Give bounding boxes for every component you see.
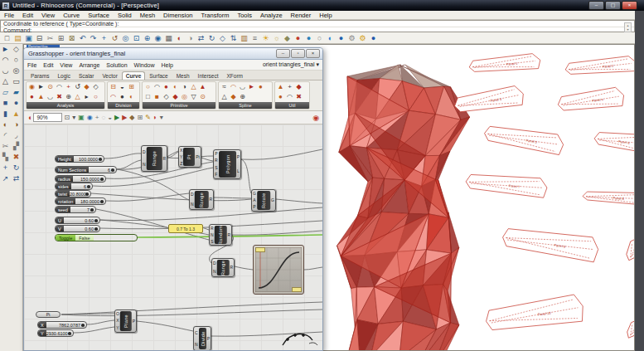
solver-record-icon[interactable]: ▶ (122, 112, 127, 124)
slider-knob[interactable] (100, 178, 104, 181)
slider-rotation[interactable]: rotation 180.0000 (55, 197, 106, 205)
menu-item[interactable]: Transform (197, 12, 234, 19)
pan-view-icon[interactable]: + (99, 33, 109, 43)
ribbon-tool-icon[interactable]: ● (118, 92, 127, 102)
preview-off-icon[interactable]: ◌ (101, 112, 105, 124)
bake-icon[interactable]: ◆ (129, 112, 134, 124)
maximize-icon[interactable]: ▢ (605, 1, 621, 10)
ribbon-tool-icon[interactable]: ▽ (189, 92, 198, 102)
slider-v[interactable]: V 0.60 (55, 225, 100, 232)
slider-height[interactable]: Height 100.0000 (55, 155, 104, 163)
ribbon-tool-icon[interactable]: ◐ (127, 92, 136, 102)
ribbon-tool-icon[interactable]: ◠ (285, 92, 294, 102)
component-random[interactable]: RNS Random R (209, 224, 232, 246)
cluster-icon[interactable]: ⊞ (137, 112, 143, 124)
ribbon-tool-icon[interactable]: △ (73, 92, 82, 102)
explode-icon[interactable]: ✖ (11, 152, 22, 163)
panel-note[interactable]: 0.7 To 1.3 (168, 224, 203, 233)
ribbon-tool-icon[interactable]: △ (189, 82, 198, 92)
cylinder-icon[interactable]: ▮ (0, 109, 11, 119)
slider-knob[interactable] (68, 332, 71, 335)
rotate-tool-icon[interactable]: ↻ (11, 163, 22, 173)
slider-knob[interactable] (111, 168, 114, 172)
lock-icon[interactable]: ◆ (282, 33, 293, 43)
ribbon-tool-icon[interactable]: ◡ (46, 92, 55, 102)
ellipse-icon[interactable]: ◎ (11, 66, 22, 76)
gh-menu-item[interactable]: Solution (103, 62, 130, 68)
gh-menu-item[interactable]: Window (131, 62, 158, 68)
gh-menu-item[interactable]: Arrange (75, 62, 103, 68)
boolean-toggle[interactable]: Toggle False (55, 234, 138, 241)
render-globe-icon[interactable]: ◐ (325, 33, 336, 43)
ribbon-tool-icon[interactable]: ◆ (294, 82, 303, 92)
gh-tab[interactable]: Params (27, 71, 53, 80)
surface-icon[interactable]: ▱ (0, 87, 11, 98)
loft-icon[interactable]: ▰ (11, 87, 22, 98)
menu-item[interactable]: Curve (59, 12, 84, 19)
mirror-icon[interactable]: ⇅ (228, 33, 239, 43)
split-icon[interactable]: ▞ (11, 141, 22, 152)
slider-knob[interactable] (90, 208, 94, 212)
ribbon-tool-icon[interactable]: ↺ (73, 82, 82, 92)
help-ball-icon[interactable]: ● (368, 33, 379, 43)
polyline-icon[interactable]: △ (0, 76, 11, 87)
box-icon[interactable]: ■ (0, 98, 11, 109)
layers-icon[interactable]: ▥ (239, 33, 249, 43)
grasshopper-window[interactable]: Grasshopper - orient triangles_final –▫×… (23, 47, 323, 351)
chamfer-icon[interactable]: ◞ (11, 130, 22, 141)
scale-tool-icon[interactable]: ↗ (0, 173, 11, 184)
ribbon-group-label[interactable]: Primitive (143, 102, 215, 109)
join-icon[interactable]: ▚ (0, 152, 11, 163)
circle-icon[interactable]: ○ (11, 55, 22, 66)
canvas-close-icon[interactable]: ◉ (312, 114, 319, 122)
ribbon-tool-icon[interactable]: ◠ (109, 92, 118, 102)
gh-close-icon[interactable]: × (306, 49, 320, 58)
grasshopper-title-bar[interactable]: Grasshopper - orient triangles_final –▫× (24, 48, 322, 60)
ribbon-group-label[interactable]: Analysis (27, 102, 104, 109)
pepper-tool-icon[interactable]: ◗ (153, 112, 157, 124)
ribbon-tool-icon[interactable]: ⊕ (238, 92, 247, 102)
toolbar-menu-icon[interactable]: ▾ (160, 112, 163, 124)
ribbon-tool-icon[interactable]: ◑ (180, 82, 189, 92)
rectangle-icon[interactable]: ▭ (11, 76, 22, 87)
slider-num-sections[interactable]: Num Sections 6 (55, 166, 117, 173)
rotate-view-icon[interactable]: ↺ (109, 33, 120, 43)
zoom-extents-canvas-icon[interactable]: ⊡ (64, 112, 70, 124)
arc-icon[interactable]: ◡ (0, 66, 11, 76)
minimize-icon[interactable]: – (588, 1, 604, 10)
ribbon-tool-icon[interactable]: ◐ (171, 82, 180, 92)
ribbon-tool-icon[interactable]: ● (276, 92, 285, 102)
gh-tab[interactable]: Scalar (75, 71, 98, 80)
boolean-union-icon[interactable]: ◐ (0, 119, 11, 130)
slider-origin-y[interactable]: Y 2930.6100 (37, 329, 74, 337)
gh-menu-item[interactable]: View (56, 62, 75, 68)
ribbon-tool-icon[interactable]: ◇ (162, 92, 171, 102)
move-icon[interactable]: ⇄ (196, 33, 206, 43)
zoom-window-icon[interactable]: ⊡ (131, 33, 142, 43)
slider-seed[interactable]: seed 7 (55, 206, 96, 213)
slider-knob[interactable] (81, 324, 85, 327)
slider-radius[interactable]: radius 150.0000 (55, 175, 106, 183)
paint-tool-icon[interactable]: ✎ (145, 112, 151, 124)
ribbon-tool-icon[interactable]: ⊙ (46, 82, 55, 92)
gh-tab[interactable]: Curve (122, 71, 145, 80)
graph-mapper[interactable] (253, 245, 304, 295)
ribbon-tool-icon[interactable]: ◠ (153, 82, 162, 92)
ribbon-tool-icon[interactable]: △ (220, 92, 229, 102)
material-white-icon[interactable]: ○ (314, 33, 325, 43)
properties-icon[interactable]: ≡ (249, 33, 260, 43)
ribbon-tool-icon[interactable]: ► (36, 82, 46, 92)
ribbon-tool-icon[interactable]: ◆ (229, 92, 238, 102)
slider-knob[interactable] (99, 158, 102, 161)
curve-icon[interactable]: ◠ (0, 55, 11, 66)
zoom-selected-icon[interactable]: ◉ (153, 33, 163, 43)
zoom-extents-icon[interactable]: ⊕ (142, 33, 153, 43)
component-polygon[interactable]: PRSF Polygon PL (213, 149, 241, 179)
component-range-top[interactable]: DN Range R (141, 145, 167, 172)
options-gear-icon[interactable]: ⚙ (357, 33, 368, 43)
ribbon-tool-icon[interactable]: ◆ (82, 82, 91, 92)
ribbon-tool-icon[interactable]: ⊟ (109, 82, 118, 92)
mirror-tool-icon[interactable]: ⇄ (11, 173, 22, 184)
ribbon-tool-icon[interactable]: ⊙ (198, 92, 207, 102)
grasshopper-canvas[interactable]: Height 100.0000 Num Sections 6 radius 15… (24, 124, 322, 350)
